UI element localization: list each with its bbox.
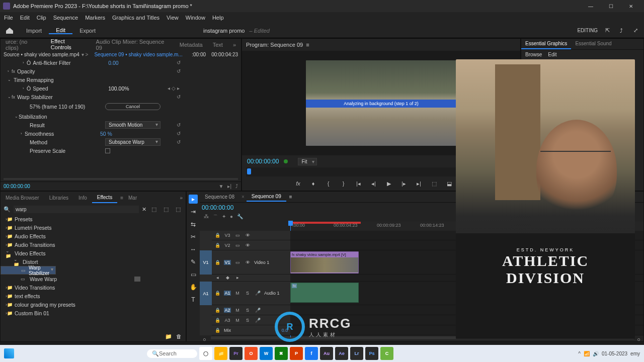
minimize-button[interactable]: — <box>581 1 601 12</box>
app-photoshop[interactable]: Ps <box>365 347 378 360</box>
filter-icon[interactable]: ▼ <box>218 184 223 189</box>
mode-import[interactable]: Import <box>19 28 49 34</box>
menu-sequence[interactable]: Sequence <box>53 15 78 21</box>
lock-icon[interactable]: 🔒 <box>214 243 221 248</box>
keyframe-add-icon[interactable]: ⤴ <box>235 184 238 189</box>
preset-icon[interactable]: ⬚ <box>174 205 183 214</box>
tree-video-effects[interactable]: Video Effects <box>15 250 46 256</box>
eye-icon[interactable]: 👁 <box>244 260 251 265</box>
smoothness-value[interactable]: 50 % <box>100 131 112 137</box>
keyframe-nav-icon[interactable]: ▸| <box>227 184 231 189</box>
hand-tool[interactable]: ✋ <box>189 283 198 292</box>
timeline-timecode[interactable]: 00:00:00:00 <box>202 204 233 211</box>
mic-icon[interactable]: 🎤 <box>254 318 261 323</box>
type-tool[interactable]: T <box>189 295 198 304</box>
selection-tool[interactable]: ▸ <box>189 195 198 204</box>
warp-stabilizer-label[interactable]: Warp Stabilizer <box>17 94 93 100</box>
go-to-out-icon[interactable]: ▸| <box>415 179 424 188</box>
tray-date[interactable]: 01-05-2023 <box>602 351 627 356</box>
snap-icon[interactable]: ⁂ <box>204 214 209 221</box>
method-select[interactable]: Subspace Warp <box>105 138 160 146</box>
effects-search-input[interactable] <box>14 206 139 213</box>
tree-text-effects[interactable]: text effects <box>15 293 40 299</box>
mode-edit[interactable]: Edit <box>49 27 72 34</box>
tabs-overflow-icon[interactable]: » <box>228 40 241 50</box>
ripple-tool[interactable]: ⇆ <box>189 220 198 229</box>
marker-tool-icon[interactable]: ✦ <box>222 214 226 221</box>
tree-audio-transitions[interactable]: Audio Transitions <box>15 242 55 248</box>
maximize-button[interactable]: ☐ <box>601 1 621 12</box>
video-clip[interactable]: fx shaky video sample.mp4 [V] <box>290 251 359 274</box>
eye-icon[interactable]: 👁 <box>244 243 251 248</box>
result-select[interactable]: Smooth Motion <box>105 121 160 129</box>
seq-tab-08[interactable]: Sequence 08 <box>200 193 239 201</box>
fx-icon[interactable]: fx <box>294 179 303 188</box>
app-audition[interactable]: Au <box>320 347 333 360</box>
tree-wave-warp[interactable]: Wave Warp <box>30 276 57 282</box>
mic-icon[interactable]: 🎤 <box>254 291 261 296</box>
menu-markers[interactable]: Markers <box>85 15 105 21</box>
reset-icon[interactable]: ↺ <box>177 139 181 145</box>
tab-effects[interactable]: Effects <box>92 193 117 203</box>
app-facebook[interactable]: f <box>305 347 318 360</box>
ec-timecode[interactable]: 00:00:00:00 <box>4 184 30 189</box>
tree-distort[interactable]: Distort <box>23 259 38 265</box>
clear-search-icon[interactable]: ✕ <box>142 206 146 213</box>
tree-presets[interactable]: Presets <box>15 216 33 222</box>
tab-metadata[interactable]: Metadata <box>175 40 208 50</box>
cancel-button[interactable]: Cancel <box>105 103 160 110</box>
app-explorer[interactable]: 📁 <box>214 347 227 360</box>
extract-icon[interactable]: ⬓ <box>445 179 454 188</box>
marker-icon[interactable]: ♦ <box>309 179 318 188</box>
app-xbox[interactable]: ✖ <box>275 347 288 360</box>
menu-view[interactable]: View <box>167 15 179 21</box>
pen-tool[interactable]: ✎ <box>189 257 198 266</box>
step-forward-icon[interactable]: |▸ <box>399 179 409 188</box>
toggle-output-icon[interactable]: ▭ <box>234 260 241 265</box>
tab-libraries[interactable]: Libraries <box>44 193 73 203</box>
subtab-edit[interactable]: Edit <box>548 52 556 57</box>
lock-icon[interactable]: 🔒 <box>214 260 221 265</box>
app-word[interactable]: W <box>260 347 273 360</box>
anti-flicker-value[interactable]: 0.00 <box>108 60 118 66</box>
mode-export[interactable]: Export <box>72 28 103 34</box>
wrench-icon[interactable]: 🔧 <box>237 214 243 221</box>
zoom-fit-select[interactable]: Fit <box>298 158 316 165</box>
tab-essential-graphics[interactable]: Essential Graphics <box>521 39 571 49</box>
tree-custom-bin[interactable]: Custom Bin 01 <box>15 310 49 316</box>
linked-selection-icon[interactable]: ⌒ <box>213 214 218 221</box>
toggle-output-icon[interactable]: ▭ <box>234 243 241 248</box>
tab-info[interactable]: Info <box>73 193 92 203</box>
tray-chevron-icon[interactable]: ^ <box>578 351 581 356</box>
seq-tab-09[interactable]: Sequence 09 <box>247 192 286 202</box>
app-after-effects[interactable]: Ae <box>335 347 348 360</box>
tree-audio-effects[interactable]: Audio Effects <box>15 233 46 239</box>
tray-volume-icon[interactable]: 🔊 <box>593 351 599 356</box>
tree-warp-stabilizer[interactable]: Warp Stabilizer <box>29 265 49 276</box>
reset-icon[interactable]: ↺ <box>177 131 181 136</box>
speed-value[interactable]: 100.00% <box>108 85 129 92</box>
app-lightroom[interactable]: Lr <box>350 347 363 360</box>
time-remapping-label[interactable]: Time Remapping <box>14 77 89 83</box>
lock-icon[interactable]: 🔒 <box>214 318 221 323</box>
new-bin-icon[interactable]: 📁 <box>165 333 172 340</box>
tab-media-browser[interactable]: Media Browser <box>1 193 44 203</box>
quick-export-icon[interactable]: ⇱ <box>603 26 612 35</box>
settings-icon[interactable]: ● <box>230 214 233 221</box>
track-select-tool[interactable]: ⇥ <box>189 207 198 216</box>
tree-lumetri[interactable]: Lumetri Presets <box>15 225 52 231</box>
app-camtasia[interactable]: C <box>380 347 393 360</box>
preset-icon[interactable]: ⬚ <box>149 205 158 214</box>
reset-icon[interactable]: ↺ <box>177 122 181 128</box>
slip-tool[interactable]: ↔ <box>189 245 198 254</box>
share-icon[interactable]: ⤴ <box>617 26 626 35</box>
lift-icon[interactable]: ⬚ <box>430 179 439 188</box>
out-point-icon[interactable]: } <box>339 179 348 188</box>
eye-icon[interactable]: 👁 <box>244 233 251 238</box>
razor-tool[interactable]: ✂ <box>189 232 198 241</box>
tree-video-transitions[interactable]: Video Transitions <box>15 285 55 291</box>
preset-icon[interactable]: ⬚ <box>162 205 171 214</box>
lock-icon[interactable]: 🔒 <box>214 328 221 333</box>
tab-text[interactable]: Text <box>208 40 228 50</box>
tree-colour-presets[interactable]: colour grading my presets <box>15 302 75 308</box>
